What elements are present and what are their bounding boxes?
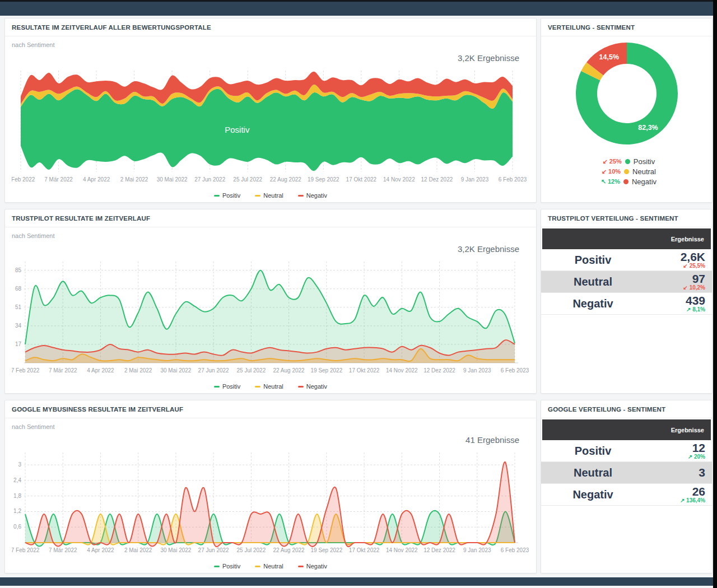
svg-text:19 Sep 2022: 19 Sep 2022: [308, 176, 339, 183]
svg-text:17 Okt 2022: 17 Okt 2022: [349, 367, 380, 374]
chart-subtitle: nach Sentiment: [12, 232, 54, 239]
svg-text:2 Mai 2022: 2 Mai 2022: [120, 176, 148, 183]
table-row-negativ: Negativ 439 ↗ 8,1%: [541, 293, 712, 315]
stream-positiv: [21, 89, 513, 171]
row-value: 12: [644, 442, 705, 454]
positiv-dot-icon: [625, 159, 630, 164]
svg-text:27 Jun 2022: 27 Jun 2022: [194, 176, 225, 183]
svg-text:85: 85: [15, 267, 22, 273]
panel-title: GOOGLE MYBUSINESS RESULTATE IM ZEITVERLA…: [5, 400, 536, 418]
row-value: 97: [644, 273, 705, 285]
svg-text:7 Feb 2022: 7 Feb 2022: [12, 176, 35, 183]
legend-item-negativ[interactable]: Negativ: [298, 192, 327, 199]
panel-title: VERTEILUNG - SENTIMENT: [541, 18, 712, 36]
legend-item-positiv[interactable]: Positiv: [214, 563, 240, 570]
svg-text:7 Mär 2022: 7 Mär 2022: [49, 547, 77, 553]
positiv-swatch-icon: [214, 566, 220, 567]
chart-legend: Positiv Neutral Negativ: [12, 189, 529, 202]
table-row-neutral: Neutral 3: [541, 462, 712, 484]
positiv-swatch-icon: [214, 386, 220, 388]
row-label: Positiv: [542, 254, 644, 267]
negativ-swatch-icon: [298, 566, 304, 567]
svg-text:68: 68: [15, 286, 22, 292]
legend-item-positiv[interactable]: Positiv: [214, 192, 240, 199]
svg-text:1,2: 1,2: [13, 508, 21, 514]
table-header: Ergebnisse: [542, 419, 711, 440]
row-change: ↗ 136,4%: [644, 498, 705, 504]
legend-item-neutral[interactable]: ↙ 10% Neutral: [597, 167, 657, 176]
svg-text:19 Sep 2022: 19 Sep 2022: [310, 547, 342, 553]
chart-legend: Positiv Neutral Negativ: [12, 380, 529, 393]
svg-text:3: 3: [18, 461, 21, 468]
svg-text:0,6: 0,6: [13, 524, 21, 530]
svg-text:27 Jun 2022: 27 Jun 2022: [198, 367, 229, 374]
legend-item-neutral[interactable]: Neutral: [255, 563, 283, 570]
neutral-swatch-icon: [255, 386, 260, 388]
chart-subtitle: nach Sentiment: [12, 423, 54, 430]
panel-trustpilot-timeline: TRUSTPILOT RESULTATE IM ZEITVERLAUF nach…: [4, 209, 537, 394]
table-row-neutral: Neutral 97 ↙ 10,2%: [541, 271, 712, 293]
row-value: 2,6K: [644, 251, 705, 263]
row-label: Neutral: [542, 276, 644, 288]
svg-text:9 Jan 2023: 9 Jan 2023: [463, 367, 491, 374]
svg-text:17 Okt 2022: 17 Okt 2022: [349, 547, 380, 553]
change-value: ↙ 10%: [597, 168, 621, 175]
svg-text:22 Aug 2022: 22 Aug 2022: [273, 367, 305, 374]
svg-text:14,5%: 14,5%: [599, 53, 618, 61]
legend-item-positiv[interactable]: Positiv: [214, 383, 240, 390]
legend-item-neutral[interactable]: Neutral: [255, 192, 283, 199]
table-row-negativ: Negativ 26 ↗ 136,4%: [541, 484, 712, 506]
svg-text:22 Aug 2022: 22 Aug 2022: [273, 547, 305, 553]
row-change: ↙ 25,5%: [644, 263, 705, 269]
svg-text:7 Mär 2022: 7 Mär 2022: [49, 367, 77, 374]
svg-text:25 Jul 2022: 25 Jul 2022: [233, 176, 262, 183]
svg-text:82,3%: 82,3%: [638, 124, 658, 132]
svg-text:27 Jun 2022: 27 Jun 2022: [198, 547, 229, 553]
bottom-bar: [0, 577, 713, 586]
svg-text:14 Nov 2022: 14 Nov 2022: [383, 176, 415, 183]
panel-title: RESULTATE IM ZEITVERLAUF ALLER BEWERTUNG…: [5, 18, 536, 36]
svg-text:17: 17: [15, 341, 22, 347]
panel-sentiment-donut: VERTEILUNG - SENTIMENT 82,3%14,5% ↙ 25% …: [541, 18, 713, 203]
svg-text:30 Mai 2022: 30 Mai 2022: [160, 547, 191, 553]
change-value: ↖ 12%: [597, 178, 620, 185]
legend-item-negativ[interactable]: Negativ: [298, 563, 327, 570]
legend-item-negativ[interactable]: ↖ 12% Negativ: [597, 178, 657, 186]
table-empty-space: [541, 315, 712, 393]
table-row-positiv: Positiv 12 ↗ 20%: [541, 440, 712, 462]
svg-text:25 Jul 2022: 25 Jul 2022: [237, 367, 266, 374]
overview-stream-chart: Positiv7 Feb 20227 Mär 20224 Apr 20222 M…: [12, 67, 529, 189]
svg-text:19 Sep 2022: 19 Sep 2022: [310, 367, 342, 374]
row-change: ↗ 8,1%: [644, 307, 705, 313]
panel-title: GOOGLE VERTEILUNG - SENTIMENT: [541, 400, 712, 418]
row-label: Positiv: [542, 445, 644, 458]
stream-annotation: Positiv: [225, 125, 250, 134]
svg-text:9 Jan 2023: 9 Jan 2023: [463, 547, 491, 553]
negativ-dot-icon: [623, 179, 628, 184]
legend-item-neutral[interactable]: Neutral: [255, 383, 283, 390]
dashboard-grid: RESULTATE IM ZEITVERLAUF ALLER BEWERTUNG…: [0, 16, 717, 573]
panel-body: nach Sentiment 3,2K Ergebnisse 173451688…: [5, 227, 536, 393]
svg-text:51: 51: [15, 304, 22, 310]
legend-item-negativ[interactable]: Negativ: [298, 383, 327, 390]
row-value: 26: [644, 486, 705, 498]
svg-text:7 Feb 2022: 7 Feb 2022: [12, 367, 40, 374]
row-label: Neutral: [542, 466, 644, 479]
chart-legend: Positiv Neutral Negativ: [12, 559, 529, 573]
table-row-positiv: Positiv 2,6K ↙ 25,5%: [541, 249, 712, 271]
table-empty-space: [541, 506, 712, 573]
result-count: 41 Ergebnisse: [465, 435, 519, 445]
legend-item-positiv[interactable]: ↙ 25% Positiv: [597, 157, 657, 166]
panel-title: TRUSTPILOT VERTEILUNG - SENTIMENT: [541, 209, 712, 227]
svg-text:12 Dez 2022: 12 Dez 2022: [421, 176, 453, 183]
svg-text:4 Apr 2022: 4 Apr 2022: [87, 367, 114, 374]
donut-legend: ↙ 25% Positiv ↙ 10% Neutral ↖ 12% Negati…: [597, 157, 657, 186]
chart-subtitle: nach Sentiment: [12, 41, 54, 48]
svg-text:14 Nov 2022: 14 Nov 2022: [386, 547, 418, 553]
top-navigation-bar: [0, 0, 717, 16]
panel-body: 82,3%14,5% ↙ 25% Positiv ↙ 10% Neutral ↖…: [541, 36, 712, 202]
svg-text:12 Dez 2022: 12 Dez 2022: [423, 547, 455, 553]
result-count: 3,2K Ergebnisse: [458, 244, 519, 254]
neutral-dot-icon: [624, 169, 629, 174]
right-edge-strip: [713, 0, 717, 588]
